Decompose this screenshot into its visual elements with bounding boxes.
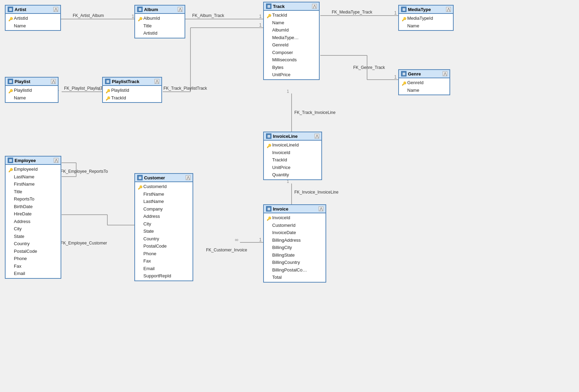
table-invoiceline-body: 🔑 InvoiceLineId InvoiceId TrackId UnitPr… — [264, 141, 321, 179]
table-row: 🔑 PlaylistId — [103, 87, 161, 94]
table-row: Name — [6, 22, 60, 30]
svg-text:1: 1 — [132, 14, 134, 19]
table-playlist-collapse[interactable]: ⋀ — [51, 79, 56, 84]
table-row: Company — [135, 205, 193, 213]
table-row: Title — [6, 188, 61, 196]
pk-icon: 🔑 — [106, 88, 110, 92]
table-row: BillingCity — [264, 244, 326, 251]
table-row: TrackId — [264, 156, 321, 164]
table-track[interactable]: ▤ Track ⋀ 🔑 TrackId Name AlbumId MediaTy… — [263, 2, 320, 80]
table-mediatype[interactable]: ▤ MediaType ⋀ 🔑 MediaTypeId Name — [398, 5, 454, 31]
table-genre-name: Genre — [408, 71, 421, 77]
table-playlist-name: Playlist — [15, 79, 30, 84]
table-invoice-body: 🔑 InvoiceId CustomerId InvoiceDate Billi… — [264, 213, 326, 282]
table-customer-icon: ▤ — [137, 175, 143, 180]
table-row: State — [135, 228, 193, 235]
pk-icon: 🔑 — [402, 81, 406, 85]
table-invoiceline[interactable]: ▤ InvoiceLine ⋀ 🔑 InvoiceLineId InvoiceI… — [263, 132, 322, 180]
table-row: Quantity — [264, 171, 321, 179]
table-playlisttrack[interactable]: ▤ PlaylistTrack ⋀ 🔑 PlaylistId 🔑 TrackId — [102, 77, 162, 103]
table-row: LastName — [135, 198, 193, 205]
table-row: 🔑 InvoiceId — [264, 214, 326, 222]
diagram-canvas: ∞ 1 1 ∞ ∞ 1 ∞ 1 1 ∞ ∞ 1 1 ∞ 1 ∞ — [0, 0, 579, 392]
table-playlisttrack-collapse[interactable]: ⋀ — [154, 79, 159, 84]
pk-icon: 🔑 — [267, 13, 271, 17]
pk-icon: 🔑 — [8, 88, 12, 92]
table-row: Composer — [264, 49, 319, 56]
table-row: Email — [6, 270, 61, 277]
table-playlist-icon: ▤ — [8, 79, 13, 84]
table-row: 🔑 EmployeeId — [6, 166, 61, 173]
table-album-collapse[interactable]: ⋀ — [178, 7, 182, 12]
table-track-collapse[interactable]: ⋀ — [312, 4, 317, 9]
table-row: FirstName — [135, 190, 193, 198]
pk-icon: 🔑 — [267, 216, 271, 220]
table-row: BillingCountry — [264, 259, 326, 266]
table-row: 🔑 AlbumId — [135, 15, 185, 22]
table-playlisttrack-name: PlaylistTrack — [112, 79, 140, 84]
table-album[interactable]: ▤ Album ⋀ 🔑 AlbumId Title ArtistId — [134, 5, 185, 38]
table-row: FirstName — [6, 180, 61, 188]
table-row: ArtistId — [135, 29, 185, 37]
table-row: City — [6, 225, 61, 233]
table-row: ReportsTo — [6, 195, 61, 203]
table-row: City — [135, 220, 193, 228]
table-track-header: ▤ Track ⋀ — [264, 2, 319, 11]
fk-label-employee-reportsto: FK_Employee_ReportsTo — [61, 169, 108, 174]
table-album-icon: ▤ — [137, 7, 143, 12]
table-customer-collapse[interactable]: ⋀ — [186, 175, 190, 180]
table-row: InvoiceDate — [264, 229, 326, 237]
table-row: 🔑 TrackId — [264, 11, 319, 19]
table-row: 🔑 ArtistId — [6, 15, 60, 22]
svg-text:1: 1 — [259, 237, 262, 242]
table-track-icon: ▤ — [266, 3, 271, 9]
fk-label-employee-customer: FK_Employee_Customer — [61, 241, 107, 246]
svg-text:∞: ∞ — [235, 237, 238, 242]
table-invoice[interactable]: ▤ Invoice ⋀ 🔑 InvoiceId CustomerId Invoi… — [263, 204, 326, 283]
table-mediatype-collapse[interactable]: ⋀ — [446, 7, 451, 12]
fk-label-track-invoiceline: FK_Track_InvoiceLine — [294, 110, 336, 115]
table-playlist-body: 🔑 PlaylistId Name — [6, 86, 58, 102]
pk-icon: 🔑 — [8, 167, 12, 171]
table-playlist[interactable]: ▤ Playlist ⋀ 🔑 PlaylistId Name — [5, 77, 59, 103]
table-genre-collapse[interactable]: ⋀ — [443, 71, 447, 76]
pk-icon: 🔑 — [106, 96, 110, 100]
table-employee-body: 🔑 EmployeeId LastName FirstName Title Re… — [6, 165, 61, 278]
table-artist[interactable]: ▤ Artist ⋀ 🔑 ArtistId Name — [5, 5, 61, 31]
table-row: Name — [264, 19, 319, 27]
table-mediatype-icon: ▤ — [401, 7, 407, 12]
pk-icon: 🔑 — [402, 16, 406, 20]
pk-icon: 🔑 — [138, 185, 142, 189]
fk-label-invoice-invoiceline: FK_Invoice_InvoiceLine — [294, 190, 338, 195]
table-row: Total — [264, 274, 326, 281]
table-genre[interactable]: ▤ Genre ⋀ 🔑 GenreId Name — [398, 69, 450, 95]
table-invoiceline-collapse[interactable]: ⋀ — [314, 134, 319, 139]
table-row: AlbumId — [264, 26, 319, 34]
table-row: Name — [6, 94, 58, 102]
table-row: Address — [6, 218, 61, 225]
table-row: Email — [135, 265, 193, 273]
table-genre-body: 🔑 GenreId Name — [399, 78, 449, 95]
table-artist-body: 🔑 ArtistId Name — [6, 14, 60, 30]
table-invoiceline-icon: ▤ — [266, 133, 271, 139]
table-mediatype-header: ▤ MediaType ⋀ — [399, 6, 453, 14]
fk-label-album-track: FK_Album_Track — [192, 13, 224, 18]
table-row: UnitPrice — [264, 164, 321, 171]
table-employee[interactable]: ▤ Employee ⋀ 🔑 EmployeeId LastName First… — [5, 156, 61, 279]
table-customer[interactable]: ▤ Customer ⋀ 🔑 CustomerId FirstName Last… — [134, 173, 193, 281]
table-row: 🔑 PlaylistId — [6, 87, 58, 94]
table-invoice-collapse[interactable]: ⋀ — [319, 206, 323, 211]
table-album-name: Album — [144, 7, 158, 12]
table-customer-body: 🔑 CustomerId FirstName LastName Company … — [135, 182, 193, 280]
table-artist-header: ▤ Artist ⋀ — [6, 6, 60, 14]
table-genre-header: ▤ Genre ⋀ — [399, 70, 449, 78]
table-row: State — [6, 233, 61, 240]
table-artist-collapse[interactable]: ⋀ — [53, 7, 58, 12]
table-track-body: 🔑 TrackId Name AlbumId MediaType… GenreI… — [264, 11, 319, 79]
svg-text:1: 1 — [287, 89, 289, 94]
pk-icon: 🔑 — [267, 143, 271, 147]
table-row: Name — [399, 87, 449, 94]
fk-label-artist-album: FK_Artist_Album — [73, 13, 104, 18]
table-employee-collapse[interactable]: ⋀ — [54, 158, 59, 163]
table-customer-name: Customer — [144, 175, 165, 180]
